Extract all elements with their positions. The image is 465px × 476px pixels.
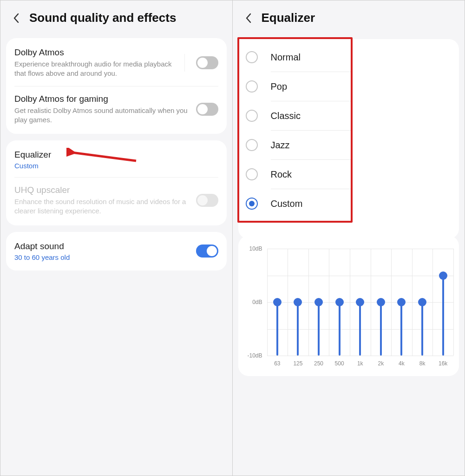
card-adapt-sound: Adapt sound 30 to 60 years old	[6, 232, 227, 271]
eq-slider-knob[interactable]	[356, 298, 364, 306]
radio-label: Rock	[271, 169, 292, 180]
eq-ylabel: 10dB	[249, 245, 262, 252]
row-equalizer[interactable]: Equalizer Custom	[6, 142, 227, 177]
eq-xlabel: 1k	[350, 360, 371, 367]
toggle-uhq	[196, 194, 218, 207]
eq-slider-knob[interactable]	[397, 298, 406, 306]
eq-xlabels: 631252505001k2k4k8k16k	[267, 360, 454, 367]
radio-icon[interactable]	[246, 139, 258, 151]
eq-slider-knob[interactable]	[377, 298, 385, 306]
row-title: Dolby Atmos for gaming	[14, 94, 191, 104]
radio-row-pop[interactable]: Pop	[239, 72, 351, 101]
equalizer-chart: 10dB0dB-10dB 631252505001k2k4k8k16k	[238, 236, 459, 376]
radio-row-rock[interactable]: Rock	[239, 160, 351, 189]
row-dolby-atmos[interactable]: Dolby Atmos Experience breakthrough audi…	[6, 40, 227, 86]
header: Sound quality and effects	[0, 0, 232, 38]
eq-slider-knob[interactable]	[273, 298, 282, 306]
row-title: Equalizer	[14, 150, 218, 160]
radio-row-jazz[interactable]: Jazz	[239, 131, 351, 159]
radio-row-classic[interactable]: Classic	[239, 101, 351, 130]
eq-xlabel: 4k	[391, 360, 412, 367]
back-icon[interactable]	[242, 12, 255, 25]
eq-xlabel: 125	[288, 360, 308, 367]
header: Equalizer	[233, 0, 465, 38]
eq-grid: 10dB0dB-10dB	[267, 249, 454, 356]
eq-ylabel: -10dB	[247, 352, 262, 359]
row-dolby-gaming[interactable]: Dolby Atmos for gaming Get realistic Dol…	[6, 86, 227, 132]
annotation-highlight-box: NormalPopClassicJazzRockCustom	[237, 37, 353, 223]
back-icon[interactable]	[10, 12, 23, 25]
eq-xlabel: 8k	[412, 360, 433, 367]
eq-slider-knob[interactable]	[335, 298, 344, 306]
radio-label: Jazz	[271, 140, 290, 151]
row-value: 30 to 60 years old	[14, 253, 191, 261]
radio-label: Custom	[271, 198, 303, 209]
eq-band-2k[interactable]	[371, 249, 392, 356]
radio-icon[interactable]	[246, 168, 258, 180]
page-title: Sound quality and effects	[29, 11, 176, 25]
row-uhq-upscaler: UHQ upscaler Enhance the sound resolutio…	[6, 178, 227, 224]
eq-xlabel: 500	[329, 360, 350, 367]
eq-ylabel: 0dB	[252, 299, 262, 305]
row-title: Adapt sound	[14, 241, 191, 251]
card-dolby: Dolby Atmos Experience breakthrough audi…	[6, 38, 227, 134]
eq-xlabel: 2k	[371, 360, 392, 367]
page-title: Equalizer	[262, 11, 315, 25]
row-subtitle: Enhance the sound resolution of music an…	[14, 197, 191, 216]
radio-icon[interactable]	[246, 110, 258, 122]
eq-band-1k[interactable]	[350, 249, 371, 356]
toggle-dolby-gaming[interactable]	[196, 103, 218, 116]
toggle-dolby-atmos[interactable]	[196, 56, 218, 69]
radio-icon[interactable]	[246, 80, 258, 93]
eq-band-63[interactable]	[267, 249, 288, 356]
card-equalizer: Equalizer Custom UHQ upscaler Enhance th…	[6, 140, 227, 225]
preset-list-wrap: NormalPopClassicJazzRockCustom	[233, 37, 465, 223]
radio-icon[interactable]	[246, 51, 258, 63]
eq-band-16k[interactable]	[432, 249, 453, 356]
row-adapt-sound[interactable]: Adapt sound 30 to 60 years old	[6, 234, 227, 269]
radio-icon[interactable]	[246, 198, 258, 210]
eq-slider-knob[interactable]	[294, 298, 302, 306]
eq-band-8k[interactable]	[412, 249, 433, 356]
radio-label: Normal	[271, 52, 301, 63]
radio-row-normal[interactable]: Normal	[239, 43, 351, 72]
eq-slider-knob[interactable]	[314, 298, 323, 306]
eq-slider-knob[interactable]	[418, 298, 426, 306]
row-value: Custom	[14, 162, 218, 170]
pane-sound-quality: Sound quality and effects Dolby Atmos Ex…	[0, 0, 233, 476]
eq-band-500[interactable]	[329, 249, 350, 356]
eq-xlabel: 250	[308, 360, 329, 367]
eq-band-250[interactable]	[308, 249, 329, 356]
row-subtitle: Experience breakthrough audio for media …	[14, 60, 184, 79]
eq-xlabel: 16k	[432, 360, 453, 367]
pane-equalizer: Equalizer NormalPopClassicJazzRockCustom…	[233, 0, 465, 476]
eq-slider-knob[interactable]	[439, 271, 447, 280]
radio-row-custom[interactable]: Custom	[239, 189, 351, 218]
eq-band-125[interactable]	[288, 249, 308, 356]
row-title: Dolby Atmos	[14, 47, 184, 58]
row-subtitle: Get realistic Dolby Atmos sound automati…	[14, 106, 191, 125]
radio-label: Pop	[271, 81, 288, 92]
radio-label: Classic	[271, 111, 301, 121]
toggle-adapt-sound[interactable]	[196, 245, 218, 258]
row-title: UHQ upscaler	[14, 185, 191, 195]
eq-xlabel: 63	[267, 360, 288, 367]
eq-band-4k[interactable]	[391, 249, 412, 356]
